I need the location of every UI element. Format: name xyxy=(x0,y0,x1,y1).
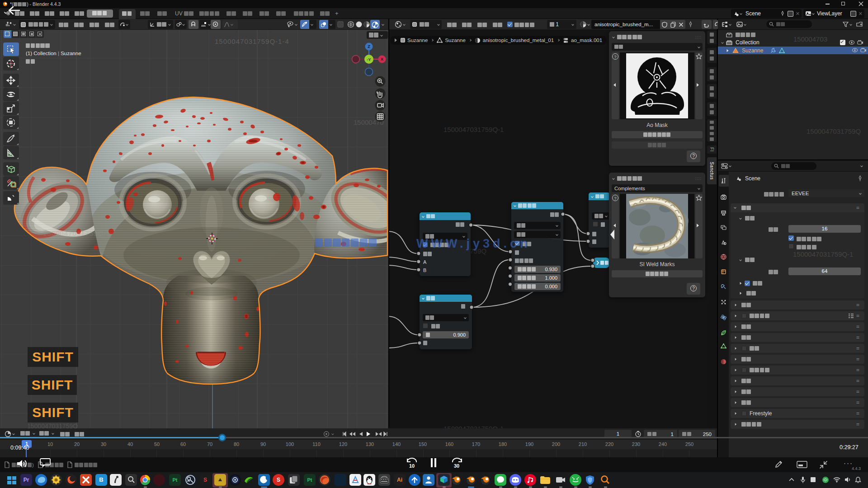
svg-text:30: 30 xyxy=(454,463,459,469)
svg-text:-Y: -Y xyxy=(367,57,371,62)
svg-text:10: 10 xyxy=(409,463,415,469)
svg-text:Z: Z xyxy=(368,44,370,49)
svg-text:X: X xyxy=(381,57,383,61)
